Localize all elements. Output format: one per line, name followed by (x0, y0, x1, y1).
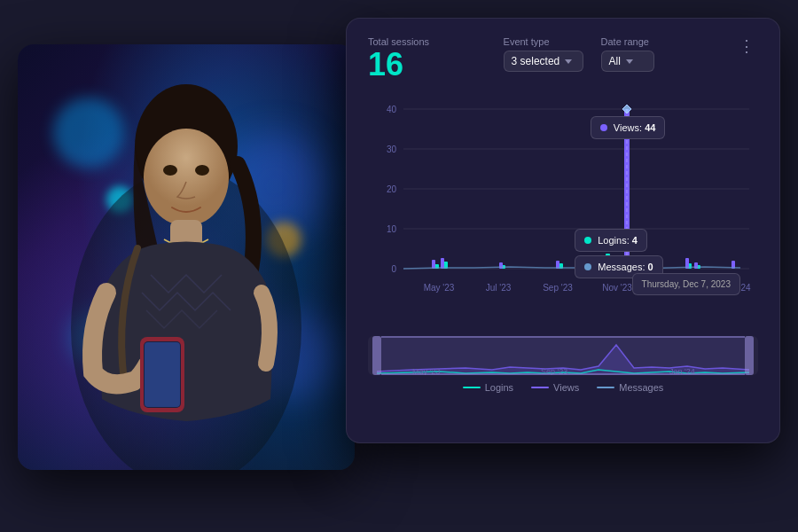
navigator[interactable]: May '23 Sep '23 Jan '24 (368, 336, 758, 375)
navigator-handle-left[interactable] (372, 336, 381, 375)
date-range-select[interactable]: All (601, 51, 654, 72)
svg-text:Nov '23: Nov '23 (602, 283, 632, 293)
photo-card (18, 44, 355, 470)
svg-rect-9 (145, 342, 180, 407)
legend: Logins Views Messages (368, 382, 758, 393)
navigator-handle-right[interactable] (745, 336, 754, 375)
svg-text:Jan '24: Jan '24 (662, 283, 691, 293)
dashboard-card: Total sessions 16 Event type 3 selected … (346, 18, 780, 443)
metric-block: Total sessions 16 (368, 36, 429, 81)
more-options-button[interactable]: ⋮ (735, 36, 758, 56)
date-range-filter: Date range All (601, 36, 654, 72)
svg-text:20: 20 (387, 184, 397, 194)
event-type-select[interactable]: 3 selected (504, 51, 583, 72)
svg-rect-38 (624, 109, 630, 269)
date-range-arrow (626, 59, 633, 64)
main-chart: 0 10 20 30 40 May '23 Jul '23 Sep '23 No… (368, 91, 758, 331)
total-sessions-value: 16 (368, 49, 429, 81)
date-range-value: All (609, 55, 621, 67)
event-type-label: Event type (504, 36, 550, 47)
legend-logins: Logins (463, 382, 513, 393)
svg-point-4 (195, 165, 209, 176)
svg-text:May '23: May '23 (424, 283, 455, 293)
messages-legend-line (597, 387, 614, 388)
date-range-label: Date range (601, 36, 649, 47)
event-type-value: 3 selected (512, 55, 560, 67)
views-legend-label: Views (553, 382, 579, 393)
svg-rect-30 (606, 254, 610, 269)
dashboard-header: Total sessions 16 Event type 3 selected … (368, 36, 758, 81)
svg-text:30: 30 (387, 145, 397, 154)
messages-legend-label: Messages (619, 382, 663, 393)
legend-messages: Messages (597, 382, 663, 393)
chart-svg: 0 10 20 30 40 May '23 Jul '23 Sep '23 No… (368, 91, 758, 331)
logins-legend-label: Logins (485, 382, 513, 393)
svg-text:Jul '23: Jul '23 (486, 283, 512, 293)
svg-text:10: 10 (387, 224, 397, 234)
svg-text:Sep '23: Sep '23 (543, 283, 573, 293)
scene: Total sessions 16 Event type 3 selected … (18, 18, 780, 514)
event-type-filter: Event type 3 selected (504, 36, 583, 72)
svg-text:Mar '24: Mar '24 (721, 283, 750, 293)
event-type-arrow (565, 59, 572, 64)
navigator-window[interactable] (381, 336, 745, 375)
svg-text:0: 0 (391, 264, 396, 274)
svg-text:40: 40 (387, 105, 397, 114)
person-silhouette (62, 62, 310, 470)
legend-views: Views (531, 382, 579, 393)
svg-rect-35 (441, 258, 444, 269)
svg-point-3 (163, 165, 177, 176)
logins-legend-line (463, 387, 481, 388)
views-legend-line (531, 387, 549, 388)
